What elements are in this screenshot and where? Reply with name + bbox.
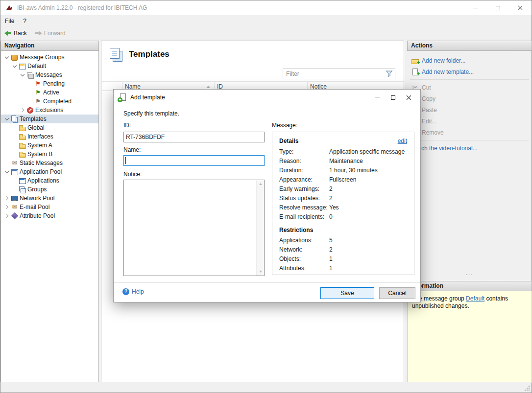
- minimize-button[interactable]: [464, 0, 486, 15]
- help-link[interactable]: Help: [122, 288, 144, 295]
- tree-item-applications[interactable]: Applications: [1, 176, 98, 185]
- tree-item-label: Completed: [43, 98, 72, 105]
- action-paste[interactable]: Paste: [407, 104, 532, 116]
- tree-item-completed[interactable]: Completed: [1, 97, 98, 106]
- information-header: Information: [407, 281, 532, 291]
- tree-item-system-a[interactable]: System A: [1, 141, 98, 150]
- tree-item-attribute-pool[interactable]: Attribute Pool: [1, 211, 98, 220]
- message-label: Message:: [272, 122, 297, 129]
- folder-icon: [19, 124, 26, 131]
- kv-key: Objects:: [279, 254, 329, 264]
- tree-item-system-b[interactable]: System B: [1, 150, 98, 159]
- tree-item-label: System B: [27, 151, 52, 158]
- chevron-spacer: [3, 159, 11, 167]
- chevron-spacer: [26, 89, 34, 96]
- kv-key: Duration:: [279, 166, 329, 175]
- tree-item-label: Applications: [27, 177, 59, 184]
- folder-icon: [19, 142, 26, 149]
- navigation-tree: Message GroupsDefaultMessagesPendingActi…: [0, 51, 99, 383]
- tree-item-e-mail-pool[interactable]: E-mail Pool: [1, 203, 98, 211]
- edit-link[interactable]: edit: [398, 138, 407, 144]
- filter-input[interactable]: [283, 70, 386, 77]
- default-group-link[interactable]: Default: [466, 295, 484, 302]
- id-input[interactable]: [123, 132, 265, 142]
- cancel-button[interactable]: Cancel: [379, 287, 415, 299]
- kv-key: Early warnings:: [279, 185, 329, 194]
- tree-item-label: Global: [27, 124, 45, 131]
- kv-row: Network:2: [279, 245, 407, 254]
- resize-grip[interactable]: [529, 390, 530, 391]
- panel-splitter-handle[interactable]: ...: [407, 271, 532, 277]
- menu-file[interactable]: File: [0, 15, 19, 26]
- add-template-dialog-icon: [119, 93, 126, 101]
- kv-key: Appearance:: [279, 175, 329, 185]
- tree-item-application-pool[interactable]: Application Pool: [1, 167, 98, 176]
- save-button[interactable]: Save: [320, 287, 374, 299]
- tree-item-message-groups[interactable]: Message Groups: [1, 53, 98, 62]
- kv-row: Objects:1: [279, 254, 407, 264]
- tree-item-global[interactable]: Global: [1, 123, 98, 132]
- tree-item-exclusions[interactable]: Exclusions: [1, 106, 98, 115]
- close-button[interactable]: [509, 0, 532, 15]
- chevron-down-icon[interactable]: [11, 62, 19, 70]
- kv-row: Appearance:Fullscreen: [279, 175, 407, 185]
- tree-item-interfaces[interactable]: Interfaces: [1, 132, 98, 141]
- action-add-new-template[interactable]: Add new template...: [407, 66, 532, 77]
- forward-button[interactable]: Forward: [31, 26, 70, 40]
- tree-item-network-pool[interactable]: Network Pool: [1, 194, 98, 203]
- text-caret: [125, 157, 126, 164]
- email-pool-icon: [11, 204, 18, 210]
- tree-item-pending[interactable]: Pending: [1, 79, 98, 88]
- dialog-maximize-button[interactable]: [385, 91, 401, 104]
- action-add-new-folder[interactable]: Add new folder...: [407, 55, 532, 66]
- notice-textarea[interactable]: [123, 180, 265, 276]
- chevron-down-icon[interactable]: [3, 168, 11, 176]
- tree-item-active[interactable]: Active: [1, 88, 98, 97]
- tree-item-static-messages[interactable]: Static Messages: [1, 159, 98, 167]
- dialog-footer: Help Save Cancel: [114, 282, 420, 302]
- chevron-down-icon[interactable]: [19, 71, 26, 79]
- chevron-right-icon[interactable]: [3, 203, 11, 211]
- application-pool-icon: [11, 168, 18, 175]
- id-label: ID:: [123, 122, 131, 129]
- chevron-spacer: [11, 141, 19, 149]
- action-cut[interactable]: Cut: [407, 82, 532, 93]
- tree-item-templates[interactable]: Templates: [1, 115, 98, 123]
- back-button[interactable]: Back: [0, 26, 31, 40]
- chevron-right-icon[interactable]: [3, 194, 11, 202]
- action-copy[interactable]: Copy: [407, 93, 532, 104]
- sort-ascending-icon: [206, 86, 210, 88]
- chevron-down-icon[interactable]: [3, 53, 11, 61]
- action-label: Copy: [422, 95, 435, 102]
- scroll-up-icon[interactable]: [259, 183, 262, 185]
- action-edit[interactable]: Edit...: [407, 116, 532, 127]
- navigation-header: Navigation: [0, 41, 99, 51]
- action-remove[interactable]: Remove: [407, 127, 532, 138]
- kv-key: Applications:: [279, 236, 329, 245]
- kv-value: 0: [329, 212, 333, 222]
- filter-funnel-icon[interactable]: [386, 70, 393, 78]
- scroll-down-icon[interactable]: [259, 271, 262, 273]
- chevron-right-icon[interactable]: [3, 212, 11, 220]
- notice-scrollbar[interactable]: [256, 180, 264, 276]
- kv-key: Attributes:: [279, 264, 329, 273]
- tree-item-groups[interactable]: Groups: [1, 185, 98, 194]
- dialog-close-button[interactable]: [401, 91, 416, 104]
- action-watch-the-video-tutorial[interactable]: Watch the video-tutorial...: [407, 142, 532, 154]
- minimize-icon: [473, 8, 478, 8]
- dialog-minimize-button: [369, 91, 385, 104]
- chevron-down-icon[interactable]: [3, 115, 11, 123]
- chevron-spacer: [11, 177, 19, 185]
- chevron-right-icon[interactable]: [19, 106, 26, 114]
- details-rows: Type:Application specific messageReason:…: [279, 147, 407, 222]
- menu-help[interactable]: ?: [19, 15, 31, 26]
- name-input[interactable]: [123, 155, 265, 166]
- tree-item-messages[interactable]: Messages: [1, 70, 98, 79]
- window-title: IBI-aws Admin 1.22.0 - registered for IB…: [17, 4, 147, 11]
- tree-item-default[interactable]: Default: [1, 62, 98, 70]
- maximize-button[interactable]: [486, 0, 509, 15]
- kv-key: Type:: [279, 147, 329, 157]
- forward-label: Forward: [44, 30, 66, 37]
- kv-row: Applications:5: [279, 236, 407, 245]
- tree-item-label: Groups: [27, 186, 47, 193]
